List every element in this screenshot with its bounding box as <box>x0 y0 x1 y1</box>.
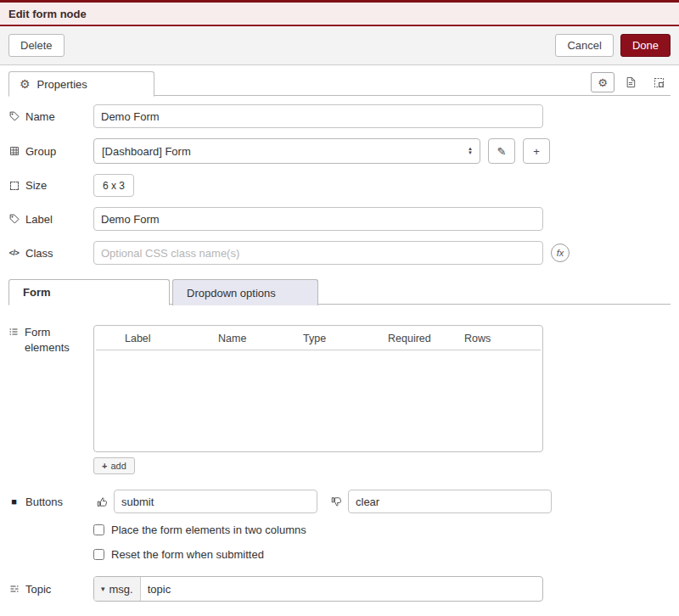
reset-form-checkbox[interactable] <box>93 549 104 560</box>
class-row: </> Class fx <box>8 241 671 265</box>
tag-icon <box>8 111 20 121</box>
label-label-group: Label <box>8 213 93 226</box>
name-label-group: Name <box>8 110 93 123</box>
size-value-button[interactable]: 6 x 3 <box>93 174 134 197</box>
document-icon <box>626 76 636 88</box>
buttons-label-group: ■ Buttons <box>8 496 93 508</box>
add-element-label: add <box>110 461 126 471</box>
gear-icon: ⚙ <box>20 78 31 90</box>
list-icon <box>8 327 19 474</box>
clear-button-input[interactable] <box>348 490 552 513</box>
plus-icon: + <box>533 145 540 158</box>
group-row: Group [Dashboard] Form ▲▼ ✎ + <box>8 138 671 164</box>
topic-label: Topic <box>25 583 51 596</box>
form-subtabbar: Form Dropdown options <box>8 278 671 305</box>
tab-properties-label: Properties <box>37 78 87 91</box>
table-icon <box>8 146 20 156</box>
name-row: Name <box>8 104 671 128</box>
tab-properties[interactable]: ⚙ Properties <box>8 71 154 97</box>
column-type: Type <box>303 333 388 344</box>
plus-icon: + <box>102 461 107 471</box>
name-input[interactable] <box>93 104 543 128</box>
select-stepper-icon: ▲▼ <box>468 147 474 155</box>
subtab-dropdown-options-label: Dropdown options <box>187 287 276 300</box>
form-elements-list[interactable]: Label Name Type Required Rows <box>93 325 543 452</box>
size-label-group: Size <box>8 179 93 192</box>
add-element-button[interactable]: + add <box>93 457 135 474</box>
group-label: Group <box>25 145 56 158</box>
edit-form-node-dialog: Edit form node Delete Cancel Done ⚙ Prop… <box>0 0 679 616</box>
two-columns-option: Place the form elements in two columns <box>93 524 671 536</box>
add-group-button[interactable]: + <box>523 138 550 164</box>
class-label-group: </> Class <box>8 247 93 260</box>
subtab-form[interactable]: Form <box>8 279 170 305</box>
tag-icon <box>8 214 20 224</box>
form-elements-header: Label Name Type Required Rows <box>96 326 541 350</box>
column-rows: Rows <box>464 333 532 344</box>
node-description-button[interactable] <box>619 72 643 92</box>
topic-type-select[interactable]: ▾ msg. <box>94 577 141 601</box>
form-elements-section: Form elements Label Name Type Required R… <box>8 325 671 474</box>
group-label-group: Group <box>8 145 93 158</box>
name-label: Name <box>25 110 55 123</box>
tab-action-buttons: ⚙ <box>591 72 671 92</box>
pencil-icon: ✎ <box>497 145 507 158</box>
resize-icon <box>654 77 665 88</box>
subtab-form-label: Form <box>23 286 51 299</box>
expression-button[interactable]: fx <box>551 244 570 262</box>
group-select[interactable]: [Dashboard] Form ▲▼ <box>93 138 480 164</box>
buttons-row: ■ Buttons <box>8 490 671 513</box>
delete-button[interactable]: Delete <box>8 34 65 57</box>
reset-form-label: Reset the form when submitted <box>111 548 264 561</box>
size-icon <box>8 182 20 190</box>
topic-row: Topic ▾ msg. <box>8 576 671 602</box>
topic-label-group: Topic <box>8 583 93 596</box>
node-appearance-button[interactable] <box>647 72 671 92</box>
dialog-toolbar: Delete Cancel Done <box>0 26 679 65</box>
column-name: Name <box>218 333 303 344</box>
size-label: Size <box>25 179 47 192</box>
dialog-header: Edit form node <box>0 3 679 26</box>
code-icon: </> <box>8 249 20 257</box>
tasks-icon <box>8 584 20 594</box>
two-columns-checkbox[interactable] <box>93 524 104 535</box>
submit-button-input[interactable] <box>114 490 317 513</box>
toolbar-right-group: Cancel Done <box>555 34 671 57</box>
two-columns-label: Place the form elements in two columns <box>111 524 306 536</box>
edit-group-button[interactable]: ✎ <box>488 138 515 164</box>
properties-tabbar: ⚙ Properties ⚙ <box>8 70 671 96</box>
label-row: Label <box>8 207 671 231</box>
buttons-label: Buttons <box>25 496 63 508</box>
topic-type-label: msg. <box>109 583 133 596</box>
topic-typed-input: ▾ msg. <box>93 576 543 602</box>
reset-form-option: Reset the form when submitted <box>93 548 671 561</box>
class-input[interactable] <box>93 241 543 265</box>
label-input[interactable] <box>93 207 543 231</box>
cancel-button[interactable]: Cancel <box>555 34 613 57</box>
class-label: Class <box>25 247 53 260</box>
square-icon: ■ <box>8 496 20 507</box>
form-elements-main: Label Name Type Required Rows + add <box>93 325 543 474</box>
thumbs-down-icon <box>331 496 343 507</box>
dialog-content: ⚙ Properties ⚙ <box>0 65 679 616</box>
column-required: Required <box>388 333 464 344</box>
subtab-dropdown-options[interactable]: Dropdown options <box>172 279 318 305</box>
done-button[interactable]: Done <box>620 34 671 57</box>
form-elements-label-group: Form elements <box>8 325 93 474</box>
size-row: Size 6 x 3 <box>8 174 671 197</box>
caret-down-icon: ▾ <box>101 585 105 593</box>
label-label: Label <box>25 213 53 226</box>
group-select-value: [Dashboard] Form <box>102 145 191 158</box>
edit-properties-button[interactable]: ⚙ <box>591 72 614 92</box>
thumbs-up-icon <box>97 496 109 507</box>
form-elements-label: Form elements <box>25 325 93 474</box>
gear-icon: ⚙ <box>598 76 608 89</box>
column-label: Label <box>125 333 218 344</box>
topic-input[interactable] <box>141 583 542 596</box>
dialog-title: Edit form node <box>8 8 87 20</box>
